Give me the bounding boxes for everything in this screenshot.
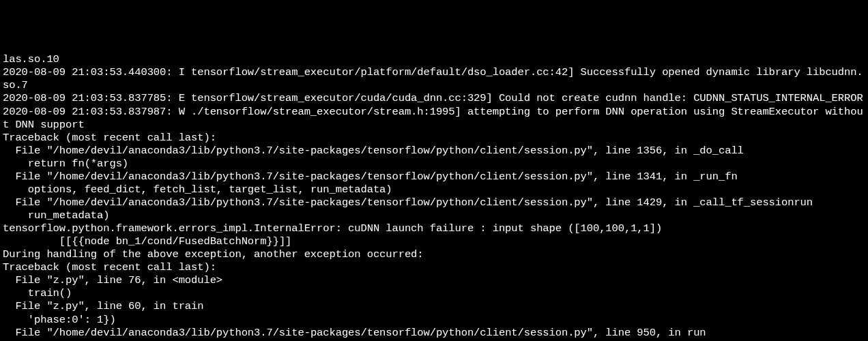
terminal-line: File "/home/devil/anaconda3/lib/python3.… xyxy=(3,145,865,158)
terminal-line: train() xyxy=(3,287,865,300)
terminal-line: 2020-08-09 21:03:53.837987: W ./tensorfl… xyxy=(3,106,865,132)
terminal-line: File "/home/devil/anaconda3/lib/python3.… xyxy=(3,327,865,340)
terminal-line: Traceback (most recent call last): xyxy=(3,132,865,145)
terminal-line: 2020-08-09 21:03:53.440300: I tensorflow… xyxy=(3,66,865,92)
terminal-line: return fn(*args) xyxy=(3,158,865,170)
terminal-line: File "z.py", line 60, in train xyxy=(3,300,865,313)
terminal-line: tensorflow.python.framework.errors_impl.… xyxy=(3,222,865,235)
terminal-line: Traceback (most recent call last): xyxy=(3,261,865,274)
terminal-line: During handling of the above exception, … xyxy=(3,248,865,261)
terminal-output: las.so.102020-08-09 21:03:53.440300: I t… xyxy=(3,53,865,341)
terminal-line: options, feed_dict, fetch_list, target_l… xyxy=(3,183,865,196)
terminal-line: [[{{node bn_1/cond/FusedBatchNorm}}]] xyxy=(3,235,865,248)
terminal-line: 'phase:0': 1}) xyxy=(3,314,865,327)
terminal-line: File "/home/devil/anaconda3/lib/python3.… xyxy=(3,196,865,209)
terminal-line: las.so.10 xyxy=(3,53,865,66)
terminal-line: run_metadata) xyxy=(3,209,865,222)
terminal-line: 2020-08-09 21:03:53.837785: E tensorflow… xyxy=(3,92,865,105)
terminal-line: File "z.py", line 76, in <module> xyxy=(3,274,865,287)
terminal-line: File "/home/devil/anaconda3/lib/python3.… xyxy=(3,170,865,183)
